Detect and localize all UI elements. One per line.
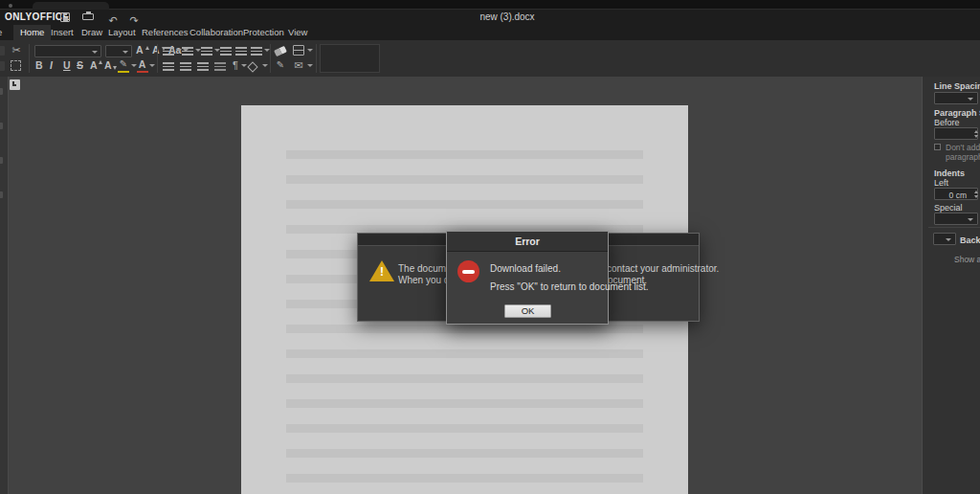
align-center-icon[interactable] — [180, 62, 191, 71]
increase-indent-icon[interactable] — [235, 47, 247, 56]
ok-button[interactable]: OK — [504, 304, 551, 318]
align-justify-icon[interactable] — [214, 62, 226, 71]
checkbox-label-line2: paragraphs of the same style — [946, 152, 980, 162]
align-left-icon[interactable] — [163, 62, 174, 71]
left-panel-icon-partial[interactable] — [0, 123, 3, 129]
line-spacing-label: Line Spacing — [934, 81, 980, 91]
line-spacing-icon[interactable] — [251, 47, 262, 56]
chevron-down-icon[interactable] — [149, 64, 155, 67]
increase-mark — [145, 46, 149, 50]
ribbon-tab-bar: e Home Insert Draw Layout References Col… — [0, 25, 980, 40]
same-style-checkbox[interactable] — [934, 144, 941, 150]
copy-style-icon[interactable]: ✎ — [275, 59, 286, 71]
chevron-down-icon[interactable] — [307, 64, 313, 67]
mail-merge-icon[interactable]: ✉ — [292, 59, 305, 71]
chevron-down-icon — [122, 51, 128, 54]
special-select[interactable] — [934, 213, 978, 225]
home-toolbar: ✂ A A Aa B I U S A A ✎ A — [0, 40, 980, 77]
checkbox-label-line1: Don't add interval between — [946, 143, 980, 152]
paste-icon-partial[interactable] — [0, 61, 5, 71]
tab-file-partial[interactable]: e — [0, 25, 5, 40]
cut-icon[interactable]: ✂ — [9, 44, 24, 56]
strikeout-icon[interactable]: S — [77, 59, 83, 71]
subscript-icon[interactable]: A — [104, 59, 112, 71]
skeleton-text-bar — [286, 374, 643, 383]
align-right-icon[interactable] — [197, 62, 209, 71]
browser-favicon — [9, 4, 12, 8]
shading-icon[interactable] — [247, 61, 257, 72]
browser-tab[interactable] — [33, 2, 109, 10]
insert-table-icon[interactable] — [293, 45, 304, 56]
underline-icon[interactable]: U — [63, 59, 71, 71]
background-label: Background color — [960, 236, 980, 245]
sub-mark — [113, 66, 117, 70]
decrease-indent-icon[interactable] — [220, 47, 232, 56]
sup-mark — [99, 60, 102, 64]
undo-button[interactable]: ↶ — [105, 11, 121, 24]
left-panel-icon-partial[interactable] — [0, 191, 3, 198]
left-panel-icon-partial[interactable] — [0, 88, 3, 95]
select-all-icon[interactable] — [11, 60, 21, 71]
italic-icon[interactable]: I — [50, 59, 53, 71]
skeleton-text-bar — [286, 325, 643, 333]
decrease-font-size-icon[interactable]: A — [152, 44, 160, 56]
tab-stop-selector[interactable] — [10, 79, 20, 90]
bold-icon[interactable]: B — [35, 59, 43, 71]
chevron-down-icon — [968, 218, 973, 221]
before-label: Before — [934, 118, 960, 127]
indent-left-input[interactable]: 0 cm — [934, 188, 978, 200]
paragraph-spacing-label: Paragraph Spacing — [934, 108, 980, 118]
print-icon — [82, 13, 94, 20]
divider — [928, 227, 980, 228]
skeleton-text-bar — [286, 474, 643, 483]
warning-text-line1-right: contact your administrator. — [607, 263, 719, 274]
increase-font-size-icon[interactable]: A — [136, 44, 144, 56]
save-button[interactable] — [57, 11, 73, 24]
error-message-line1: Download failed. — [490, 263, 561, 274]
chevron-down-icon — [946, 238, 951, 241]
indent-left-value: 0 cm — [949, 191, 967, 200]
font-color-icon[interactable]: A — [137, 58, 147, 70]
error-stop-icon — [457, 260, 479, 282]
paragraph-marks-icon[interactable]: ¶ — [230, 59, 241, 71]
skeleton-text-bar — [286, 399, 643, 408]
clear-style-icon[interactable] — [274, 46, 287, 56]
app-header: ONLYOFFICE ↶ ↷ new (3).docx — [0, 10, 980, 25]
background-color-select[interactable] — [933, 233, 956, 245]
skeleton-text-bar — [286, 175, 643, 184]
multilevel-list-icon[interactable] — [201, 47, 212, 56]
skeleton-text-bar — [286, 200, 643, 209]
font-size-combo[interactable] — [105, 45, 132, 57]
skeleton-text-bar — [286, 349, 643, 358]
skeleton-text-bar — [286, 424, 643, 433]
left-panel-icon-partial[interactable] — [0, 157, 3, 164]
pen-glyph: ✎ — [120, 58, 127, 69]
save-icon — [60, 12, 70, 22]
chevron-down-icon[interactable] — [262, 64, 268, 67]
line-spacing-select[interactable] — [934, 92, 978, 104]
paragraph-settings-panel: Line Spacing Paragraph Spacing Before Do… — [922, 77, 980, 494]
tab-view[interactable]: View — [281, 25, 314, 40]
indents-label: Indents — [934, 168, 965, 178]
chevron-down-icon — [968, 98, 973, 101]
spacing-before-input[interactable] — [934, 127, 978, 140]
numbered-list-icon[interactable] — [182, 47, 193, 56]
highlight-color-bar — [118, 71, 129, 74]
error-dialog-title[interactable]: Error — [447, 232, 608, 252]
special-label: Special — [934, 203, 963, 213]
show-advanced-link[interactable]: Show advanced settings — [954, 255, 980, 264]
font-color-glyph: A — [139, 58, 146, 70]
bullet-list-icon[interactable] — [163, 47, 174, 56]
error-message-line2: Press "OK" to return to document list. — [490, 281, 649, 292]
font-name-combo[interactable] — [34, 45, 101, 57]
redo-button[interactable]: ↷ — [126, 11, 142, 24]
styles-gallery-empty[interactable] — [320, 44, 380, 73]
skeleton-text-bar — [286, 150, 643, 159]
chevron-down-icon[interactable] — [307, 49, 313, 52]
superscript-icon[interactable]: A — [90, 59, 98, 71]
highlight-color-icon[interactable]: ✎ — [118, 58, 129, 70]
indent-left-label: Left — [934, 178, 948, 188]
font-color-bar — [137, 71, 148, 74]
print-button[interactable] — [80, 11, 96, 24]
copy-icon-partial[interactable] — [0, 46, 5, 56]
